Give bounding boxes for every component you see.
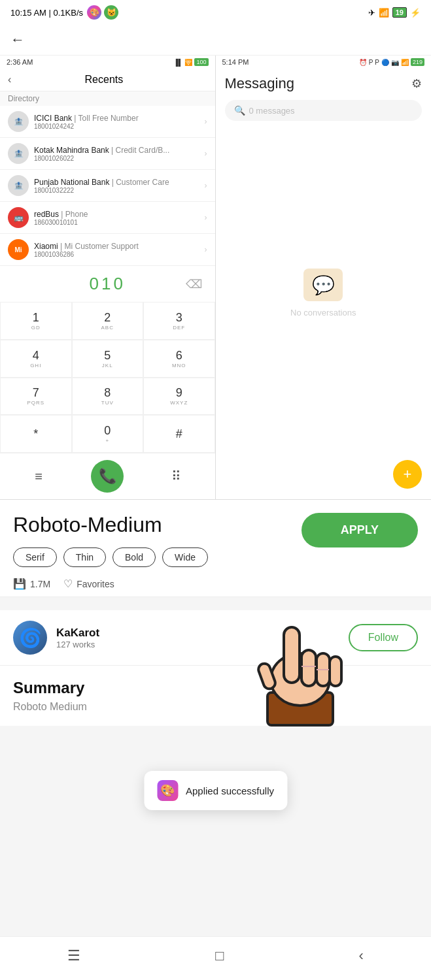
chevron-icon: › (205, 181, 207, 190)
dialer-section: 010 ⌫ 1GD 2ABC 3DEF 4GHI 5JKL 6MNO 7PQRS… (0, 266, 215, 499)
empty-messages-icon: 💬 (303, 269, 343, 301)
chevron-icon: › (205, 213, 207, 222)
creator-info: KaKarot 127 works (56, 627, 339, 649)
downloads-count: 1.7M (30, 579, 50, 589)
font-tag-serif[interactable]: Serif (13, 547, 57, 567)
phone-screens: 2:36 AM ▐▌ 🛜 100 ‹ Recents Directory 🏦 I… (0, 56, 431, 500)
dial-key-8[interactable]: 8TUV (72, 378, 144, 416)
creator-avatar: 🌀 (13, 621, 47, 655)
contact-number-redbus: 186030010101 (34, 219, 205, 226)
messaging-search-bar[interactable]: 🔍 0 messages (225, 100, 422, 121)
contact-avatar-icici: 🏦 (8, 111, 29, 132)
dial-key-hash[interactable]: # (143, 415, 215, 453)
messaging-header: Messaging ⚙ (216, 69, 432, 95)
call-button[interactable]: 📞 (91, 460, 124, 493)
dial-key-1[interactable]: 1GD (0, 302, 72, 340)
apply-button[interactable]: APPLY (302, 513, 418, 547)
dial-actions: ≡ 📞 ⠿ (0, 453, 215, 499)
nav-bar: ☰ □ ‹ (0, 936, 431, 980)
creator-avatar-image: 🌀 (19, 627, 42, 649)
status-bar: 10:15 AM | 0.1KB/s 🎨 😺 ✈ 📶 19 ⚡ (0, 0, 431, 25)
contact-item-xiaomi[interactable]: Mi Xiaomi | Mi Customer Support 18001036… (0, 234, 215, 266)
battery-left: 100 (194, 58, 208, 66)
right-phone-status: 5:14 PM ⏰ P P 🔵 📷 📶 219 (216, 56, 432, 69)
font-tag-wide[interactable]: Wide (162, 547, 208, 567)
font-tag-thin[interactable]: Thin (63, 547, 106, 567)
backspace-button[interactable]: ⌫ (186, 277, 205, 291)
summary-subtitle: Roboto Medium (13, 701, 418, 713)
back-button[interactable]: ← (10, 31, 25, 48)
wifi-icon: 📶 (379, 8, 389, 18)
alarm-icon: ⏰ (359, 59, 367, 66)
contact-name-redbus: redBus | Phone (34, 210, 205, 219)
dial-key-star[interactable]: * (0, 415, 72, 453)
toast-icon-symbol: 🎨 (160, 783, 175, 798)
status-time: 10:15 AM | 0.1KB/s (10, 8, 83, 18)
contact-item-redbus[interactable]: 🚌 redBus | Phone 186030010101 › (0, 202, 215, 234)
contacts-button[interactable]: ⠿ (164, 465, 188, 488)
recents-header: ‹ Recents (0, 69, 215, 91)
dial-key-6[interactable]: 6MNO (143, 340, 215, 378)
contact-item-icici[interactable]: 🏦 ICICI Bank | Toll Free Number 18001024… (0, 106, 215, 138)
search-placeholder: 0 messages (249, 106, 295, 116)
contact-item-kotak[interactable]: 🏦 Kotak Mahindra Bank | Credit Card/B...… (0, 138, 215, 170)
charging-icon: ⚡ (410, 8, 421, 18)
contact-avatar-kotak: 🏦 (8, 143, 29, 164)
compose-fab-button[interactable]: + (393, 460, 422, 489)
phone-icon: 📞 (99, 468, 116, 485)
status-left: 10:15 AM | 0.1KB/s 🎨 😺 (10, 5, 118, 20)
wifi-right-icon: 📶 (401, 59, 409, 66)
creator-name: KaKarot (56, 627, 339, 640)
nav-menu-button[interactable]: ☰ (67, 947, 80, 964)
no-conversations-text: No conversations (290, 308, 356, 318)
contact-avatar-pnb: 🏦 (8, 175, 29, 196)
font-tag-bold[interactable]: Bold (112, 547, 156, 567)
recents-back-button[interactable]: ‹ (8, 74, 11, 86)
left-phone-status: 2:36 AM ▐▌ 🛜 100 (0, 56, 215, 69)
contact-name-icici: ICICI Bank | Toll Free Number (34, 114, 205, 123)
font-section: Roboto-Medium Serif Thin Bold Wide 💾 1.7… (0, 500, 431, 597)
downloads-stat: 💾 1.7M (13, 578, 50, 590)
contact-info-kotak: Kotak Mahindra Bank | Credit Card/B... 1… (34, 146, 205, 162)
contact-avatar-redbus: 🚌 (8, 207, 29, 228)
chevron-icon: › (205, 245, 207, 254)
dial-key-4[interactable]: 4GHI (0, 340, 72, 378)
voicemail-button[interactable]: ≡ (27, 465, 50, 488)
dial-grid: 1GD 2ABC 3DEF 4GHI 5JKL 6MNO 7PQRS 8TUV … (0, 302, 215, 453)
phone-left: 2:36 AM ▐▌ 🛜 100 ‹ Recents Directory 🏦 I… (0, 56, 216, 499)
contact-item-pnb[interactable]: 🏦 Punjab National Bank | Customer Care 1… (0, 170, 215, 202)
favorites-stat: ♡ Favorites (63, 578, 114, 590)
wifi-icon-left: 🛜 (184, 59, 192, 66)
font-stats: 💾 1.7M ♡ Favorites (13, 578, 418, 590)
summary-section: Summary Roboto Medium (0, 666, 431, 726)
dial-key-5[interactable]: 5JKL (72, 340, 144, 378)
dial-key-7[interactable]: 7PQRS (0, 378, 72, 416)
nav-home-button[interactable]: □ (215, 947, 224, 964)
dial-key-3[interactable]: 3DEF (143, 302, 215, 340)
settings-gear-icon[interactable]: ⚙ (411, 76, 422, 91)
dial-key-9[interactable]: 9WXYZ (143, 378, 215, 416)
dial-key-2[interactable]: 2ABC (72, 302, 144, 340)
heart-icon: ♡ (63, 578, 73, 590)
phone-right: 5:14 PM ⏰ P P 🔵 📷 📶 219 Messaging ⚙ 🔍 (216, 56, 432, 499)
contact-number-xiaomi: 18001036286 (34, 251, 205, 258)
back-button-area: ← (0, 25, 431, 56)
follow-button[interactable]: Follow (349, 624, 418, 651)
contact-number-kotak: 18001026022 (34, 155, 205, 162)
fab-area: + (216, 460, 432, 499)
nav-back-button[interactable]: ‹ (359, 947, 364, 964)
right-status-icons: ⏰ P P 🔵 📷 📶 219 (359, 58, 424, 66)
contact-info-redbus: redBus | Phone 186030010101 (34, 210, 205, 226)
no-conversations: 💬 No conversations (216, 126, 432, 460)
battery-icon: 19 (392, 7, 407, 18)
contact-info-pnb: Punjab National Bank | Customer Care 180… (34, 178, 205, 194)
contact-name-xiaomi: Xiaomi | Mi Customer Support (34, 242, 205, 251)
contact-info-icici: ICICI Bank | Toll Free Number 1800102424… (34, 114, 205, 130)
chat-bubble-icon: 💬 (312, 274, 335, 296)
dial-key-0[interactable]: 0+ (72, 415, 144, 453)
left-status-time: 2:36 AM (7, 58, 33, 66)
mascot-icons: 🎨 😺 (87, 5, 118, 20)
notification-p1: P (369, 59, 373, 66)
toast-app-icon: 🎨 (157, 780, 178, 801)
signal-icon: ▐▌ (173, 59, 182, 66)
